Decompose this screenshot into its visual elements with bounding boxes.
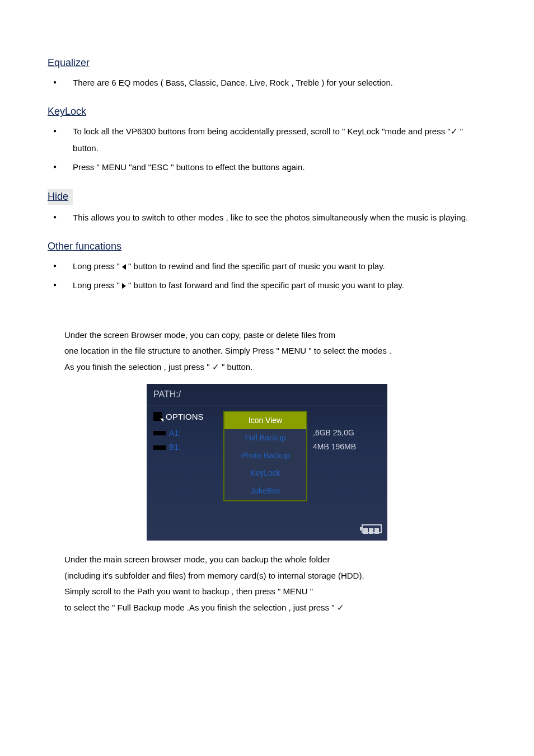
popup-menu: Icon View Full Backup Photo Backup KeyLo… — [223, 411, 307, 501]
list-other: Long press " " button to rewind and find… — [48, 258, 486, 294]
triangle-right-icon — [122, 283, 126, 289]
list-item: This allows you to switch to other modes… — [48, 209, 486, 226]
text: As you finish the selection , just press… — [64, 362, 212, 372]
list-hide: This allows you to switch to other modes… — [48, 209, 486, 226]
text-line: one location in the file structure to an… — [64, 343, 486, 359]
right-panel: ,6GB 25,0G 4MB 196MB — [313, 411, 381, 501]
triangle-left-icon — [122, 264, 126, 270]
text-line: (including it's subfolder and files) fro… — [64, 568, 486, 584]
list-item: To lock all the VP6300 buttons from bein… — [48, 123, 486, 157]
battery-icon — [362, 524, 382, 537]
drive-item: B1: — [153, 442, 218, 453]
heading-keylock: KeyLock — [48, 105, 486, 119]
list-item: There are 6 EQ modes ( Bass, Classic, Da… — [48, 74, 486, 91]
drive-label: B1: — [169, 442, 181, 453]
options-icon — [153, 412, 162, 421]
list-item: Press " MENU "and "ESC " buttons to effe… — [48, 159, 486, 176]
text-line: As you finish the selection , just press… — [64, 359, 486, 375]
menu-item-icon-view: Icon View — [224, 412, 306, 430]
drive-icon — [153, 445, 166, 450]
heading-other: Other funcations — [48, 240, 486, 253]
menu-item-keylock: KeyLock — [224, 464, 306, 482]
text-line: Under the screen Browser mode, you can c… — [64, 327, 486, 344]
paragraph-browser: Under the screen Browser mode, you can c… — [64, 327, 486, 375]
list-keylock: To lock all the VP6300 buttons from bein… — [48, 123, 486, 176]
size-text: ,6GB 25,0G — [313, 428, 381, 439]
heading-hide: Hide — [48, 189, 73, 204]
paragraph-backup: Under the main screen browser mode, you … — [64, 552, 486, 616]
text: Long press " — [73, 280, 122, 290]
text-line: Under the main screen browser mode, you … — [64, 552, 486, 568]
list-item: Long press " " button to rewind and find… — [48, 258, 486, 275]
text: " button to rewind and find the specific… — [126, 261, 385, 271]
list-item: Long press " " button to fast forward an… — [48, 277, 486, 294]
drive-icon — [153, 431, 166, 435]
left-panel: OPTIONS A1: B1: — [153, 411, 218, 501]
text-line: Simply scroll to the Path you want to ba… — [64, 584, 486, 600]
menu-item-full-backup: Full Backup — [224, 429, 306, 447]
menu-item-photo-backup: Photo Backup — [224, 447, 306, 465]
text: To lock all the VP6300 buttons from bein… — [73, 126, 451, 136]
path-label: PATH:/ — [147, 384, 387, 406]
text: " button. — [219, 362, 253, 372]
menu-item-jukebox: JukeBox — [224, 482, 306, 500]
options-row: OPTIONS — [153, 411, 218, 422]
device-screenshot: PATH:/ OPTIONS A1: B1: Icon View Full Ba… — [147, 384, 387, 541]
heading-equalizer: Equalizer — [48, 56, 486, 70]
size-text: 4MB 196MB — [313, 442, 381, 453]
text: " button to fast forward and find the sp… — [126, 280, 404, 290]
drive-label: A1: — [169, 428, 181, 439]
check-icon: ✓ — [451, 126, 458, 136]
drive-item: A1: — [153, 428, 218, 439]
list-equalizer: There are 6 EQ modes ( Bass, Classic, Da… — [48, 74, 486, 91]
text: Long press " — [73, 261, 122, 271]
text-line: to select the " Full Backup mode .As you… — [64, 600, 486, 616]
options-label: OPTIONS — [166, 411, 204, 422]
check-icon: ✓ — [337, 603, 344, 612]
text: to select the " Full Backup mode .As you… — [64, 603, 337, 612]
check-icon: ✓ — [212, 362, 219, 372]
